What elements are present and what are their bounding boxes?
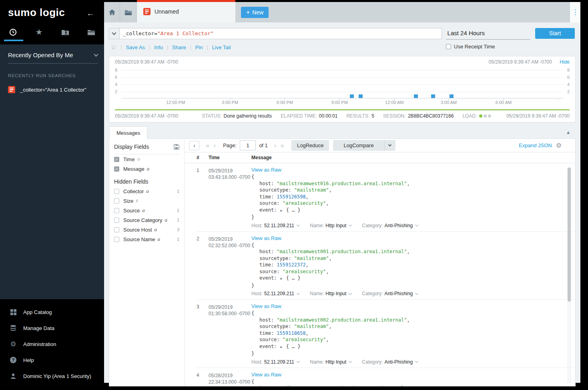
number-type-icon: # (136, 199, 138, 203)
view-as-raw-link[interactable]: View as Raw (251, 167, 559, 173)
logcompare-button[interactable]: LogCompare (333, 140, 395, 151)
new-tab-button[interactable]: + New (241, 7, 269, 18)
search-area: _collector="Area 1 Collector" Last 24 Ho… (104, 22, 580, 51)
database-icon (10, 325, 17, 331)
results-label: RESULTS: (346, 113, 369, 119)
histogram-bar[interactable] (359, 94, 363, 98)
view-as-raw-link[interactable]: View as Raw (251, 235, 559, 241)
page-number-input[interactable] (240, 140, 256, 150)
collapse-fields-button[interactable]: ‹ (189, 141, 199, 150)
category-dropdown-chevron-icon[interactable] (415, 223, 418, 226)
app-catalog-grid-icon (10, 309, 17, 315)
histogram-bar[interactable] (431, 94, 435, 98)
expand-event-icon[interactable]: ▶ (281, 345, 283, 349)
time-range-input[interactable]: Last 24 Hours (446, 28, 531, 40)
message-table-header: # Time Message (185, 152, 575, 163)
menu-item-manage-data[interactable]: Manage Data (0, 320, 104, 336)
gear-icon: ⚙ (10, 340, 17, 348)
save-as-link[interactable]: Save As (122, 44, 149, 50)
pin-link[interactable]: Pin (191, 44, 207, 50)
menu-item-app-catalog[interactable]: App Catalog (0, 304, 104, 320)
row-number: 4 (197, 372, 209, 386)
message-rows: 105/29/201903:43:18.000 -0700View as Raw… (185, 163, 575, 386)
hide-chart-link[interactable]: Hide (560, 59, 570, 65)
field-toggle-source-host[interactable]: Source Hosta3 (114, 225, 179, 234)
category-dropdown-chevron-icon[interactable] (415, 360, 418, 363)
field-toggle-source-name[interactable]: Source Namea1 (114, 234, 179, 244)
histogram-bar[interactable] (350, 94, 354, 98)
logreduce-button[interactable]: LogReduce (291, 140, 329, 151)
string-type-icon: a (142, 207, 145, 214)
nav-tab-favorites[interactable]: ★ (26, 23, 52, 41)
home-tab-button[interactable] (104, 2, 120, 22)
kebab-menu-icon[interactable]: ⋮ (570, 2, 580, 22)
tab-messages[interactable]: Messages (109, 126, 147, 139)
status-value: Done gathering results (224, 113, 272, 119)
histogram-bar[interactable] (414, 94, 418, 98)
settings-gear-icon[interactable]: ⚙ (556, 142, 562, 149)
library-tab-button[interactable] (120, 2, 136, 22)
help-icon: ? (10, 357, 17, 363)
scrollbar-thumb[interactable] (568, 168, 571, 302)
page-first-button[interactable]: « (206, 142, 209, 149)
recent-panel-header[interactable]: Recently Opened By Me (8, 52, 98, 64)
menu-item-help[interactable]: ? Help (0, 352, 104, 368)
start-button[interactable]: Start (535, 28, 575, 39)
histogram-bar[interactable] (450, 94, 454, 98)
name-dropdown-chevron-icon[interactable] (349, 291, 352, 294)
name-dropdown-chevron-icon[interactable] (349, 223, 352, 226)
sidebar-collapse-arrow-icon[interactable]: ← (86, 9, 94, 18)
x-axis-tick-label: 3:00 PM (222, 100, 238, 105)
session-value: 2B8BC4BC80377166 (408, 113, 454, 119)
view-as-raw-link[interactable]: View as Raw (251, 303, 559, 309)
field-toggle-time[interactable]: ✓Time◷ (114, 154, 179, 164)
page-last-button[interactable]: » (280, 142, 284, 149)
clock-icon (9, 28, 17, 36)
query-history-dropdown[interactable] (109, 28, 119, 39)
host-dropdown-chevron-icon[interactable] (297, 223, 300, 226)
nav-tab-library[interactable] (78, 23, 104, 41)
field-toggle-collector[interactable]: Collectora1 (114, 186, 179, 196)
share-link[interactable]: Share (168, 44, 190, 50)
page-prev-button[interactable]: ‹ (213, 142, 216, 149)
home-icon (108, 9, 116, 16)
message-row: 205/29/201902:32:52.000 -0700View as Raw… (197, 232, 575, 300)
category-dropdown-chevron-icon[interactable] (415, 291, 418, 294)
field-toggle-size[interactable]: Size# (114, 196, 179, 206)
host-dropdown-chevron-icon[interactable] (297, 360, 300, 363)
logcompare-caret[interactable] (384, 140, 395, 151)
expand-event-icon[interactable]: ▶ (281, 209, 283, 212)
info-link[interactable]: Info (150, 44, 167, 50)
field-toggle-source[interactable]: Sourcea1 (114, 206, 179, 215)
metadata-value: 52.11.209.211 (264, 359, 294, 365)
field-toggle-message[interactable]: ✓Messagea (114, 164, 179, 174)
name-dropdown-chevron-icon[interactable] (349, 360, 352, 363)
metadata-value: Anti-Phishing (384, 291, 413, 296)
recent-search-item[interactable]: _collector="Area 1 Collector" (8, 86, 98, 93)
menu-item-administration[interactable]: ⚙ Administration (0, 336, 104, 352)
search-log-icon (8, 86, 15, 93)
nav-tab-personal[interactable] (52, 23, 78, 41)
field-toggle-source-category[interactable]: Source Categorya1 (114, 215, 179, 225)
collapse-panel-icon[interactable]: ▲ (566, 129, 571, 135)
tab-unnamed-search[interactable]: Unnamed (137, 0, 235, 22)
save-fields-icon[interactable] (174, 144, 179, 150)
histogram-plot[interactable]: 22446688 (115, 67, 570, 98)
personal-folder-icon (61, 29, 69, 36)
nav-tab-recent[interactable] (0, 23, 26, 41)
active-tab-indicator (4, 40, 23, 41)
expand-json-link[interactable]: Expand JSON (519, 142, 552, 148)
plus-icon: + (246, 9, 250, 16)
use-receipt-time-checkbox[interactable]: Use Receipt Time (446, 44, 495, 50)
expand-event-icon[interactable]: ▶ (281, 277, 283, 280)
host-dropdown-chevron-icon[interactable] (297, 291, 300, 294)
search-query-input[interactable]: _collector="Area 1 Collector" (119, 28, 442, 39)
menu-item-user-account[interactable]: Dominic Yip (Area 1 Security) (0, 368, 104, 384)
live-tail-link[interactable]: Live Tail (208, 44, 235, 50)
page-next-button[interactable]: › (274, 142, 277, 149)
favorite-star-icon[interactable]: ☆ (110, 43, 116, 52)
metadata-label: Name: (310, 359, 324, 365)
sumo-logic-logo: sumo logic (8, 6, 96, 19)
vertical-scrollbar[interactable] (567, 167, 571, 384)
view-as-raw-link[interactable]: View as Raw (251, 372, 559, 378)
